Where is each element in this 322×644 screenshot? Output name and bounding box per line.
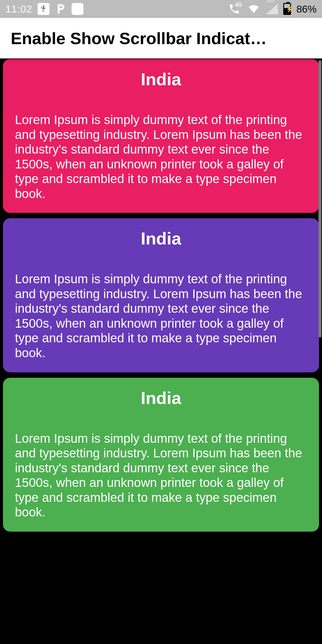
- app-placeholder-icon: [72, 3, 83, 15]
- card-body: Lorem Ipsum is simply dummy text of the …: [15, 431, 307, 520]
- card-body: Lorem Ipsum is simply dummy text of the …: [15, 112, 307, 201]
- network-4g-label: 4G: [235, 2, 242, 8]
- battery-percentage: 86%: [296, 3, 317, 15]
- status-clock: 11:02: [5, 3, 32, 15]
- card-title: India: [15, 388, 307, 408]
- scroll-list[interactable]: IndiaLorem Ipsum is simply dummy text of…: [0, 58, 322, 644]
- status-bar-left: 11:02: [5, 3, 83, 15]
- wifi-icon: [247, 4, 261, 14]
- page-title: Enable Show Scrollbar Indicat…: [11, 29, 267, 48]
- card: IndiaLorem Ipsum is simply dummy text of…: [3, 218, 319, 372]
- card-title: India: [15, 69, 307, 89]
- p-icon: [55, 3, 66, 15]
- usb-icon: [38, 3, 49, 15]
- status-bar: 11:02 4G 4G ⚡ 86%: [0, 0, 322, 18]
- scrollbar-indicator[interactable]: [318, 60, 321, 338]
- card-title: India: [15, 228, 307, 248]
- app-bar: Enable Show Scrollbar Indicat…: [0, 18, 322, 58]
- cellular-signal-icon: 4G: [266, 4, 278, 14]
- card: IndiaLorem Ipsum is simply dummy text of…: [3, 378, 319, 532]
- network-4g-dim-label: 4G: [267, 0, 274, 4]
- card-body: Lorem Ipsum is simply dummy text of the …: [15, 272, 307, 360]
- battery-icon: ⚡: [283, 3, 291, 15]
- card: IndiaLorem Ipsum is simply dummy text of…: [3, 59, 319, 213]
- volte-4g-icon: 4G: [228, 3, 242, 15]
- status-bar-right: 4G 4G ⚡ 86%: [228, 3, 317, 15]
- content-area: IndiaLorem Ipsum is simply dummy text of…: [0, 58, 322, 644]
